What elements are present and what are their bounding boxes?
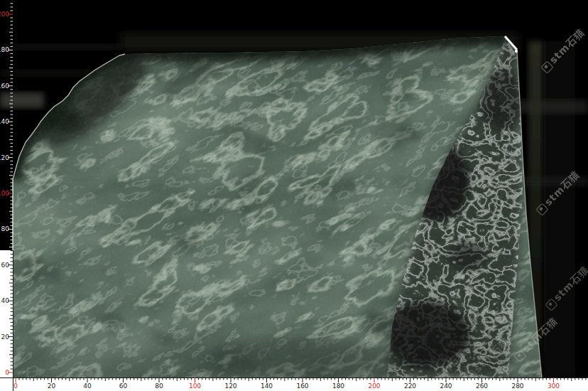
slab-image [0,0,588,391]
slab-corner-chip-dot [515,50,518,53]
scan-viewport: stm石猫stm石猫stm石猫stm石猫stm石猫stm石猫 020406080… [0,0,588,391]
